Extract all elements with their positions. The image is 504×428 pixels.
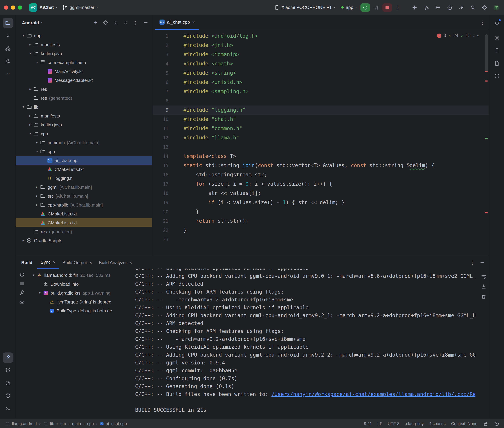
code-line[interactable]: 23 [153, 235, 489, 244]
more-icon[interactable]: ⋮ [133, 20, 138, 25]
vcs-branch-widget[interactable]: ggml-master ▾ [60, 3, 100, 11]
chevron-down-icon[interactable]: ▾ [27, 132, 33, 135]
chevron-right-icon[interactable]: ▸ [27, 43, 33, 46]
prev-problem-icon[interactable]: ▴ [473, 34, 475, 37]
build-icon[interactable] [3, 353, 13, 363]
chevron-down-icon[interactable]: ▾ [31, 273, 36, 277]
hide-icon[interactable] [143, 20, 148, 25]
breadcrumb-item[interactable]: lib [43, 421, 54, 426]
structure-icon[interactable] [3, 43, 13, 53]
plugin-icon[interactable] [457, 3, 466, 12]
debug-button[interactable] [371, 3, 381, 11]
stop-square-icon[interactable] [20, 282, 24, 285]
code-line[interactable]: 22} [153, 226, 489, 235]
resource-manager-icon[interactable] [492, 58, 502, 68]
close-tab-icon[interactable]: × [53, 259, 56, 265]
project-widget[interactable]: AC AiChat ▾ [27, 2, 60, 13]
code-line[interactable]: 17 for (size_t i = 0; i < values.size();… [153, 180, 489, 189]
build-tab-build-output[interactable]: Build Output× [59, 256, 95, 269]
terminal-icon[interactable] [3, 403, 13, 413]
logcat-icon[interactable] [3, 365, 13, 375]
chevron-right-icon[interactable]: ▸ [34, 194, 40, 198]
commit-icon[interactable] [3, 31, 13, 41]
tree-row[interactable]: ▾kotlin+java [16, 49, 152, 58]
gradle-icon[interactable]: G [492, 33, 502, 43]
status-lf[interactable]: LF [377, 421, 382, 426]
tree-row[interactable]: ▸ggml[AiChat.lib.main] [16, 182, 152, 191]
breadcrumb-item[interactable]: C++ai_chat.cpp [100, 421, 127, 426]
stripe-mark[interactable] [485, 138, 488, 139]
code-line[interactable]: 12#include "llama.h" [153, 133, 489, 142]
zoom-window-button[interactable] [18, 5, 22, 9]
build-tab-sync[interactable]: Sync× [37, 256, 59, 269]
problems-icon[interactable] [3, 390, 13, 401]
editor-tab[interactable]: C++ ai_chat.cpp × [155, 15, 199, 30]
close-tab-icon[interactable]: × [129, 260, 132, 265]
build-tree-row[interactable]: ⚠'jvmTarget: String' is deprec [28, 297, 135, 306]
chevron-right-icon[interactable]: ▸ [34, 203, 40, 206]
device-selector[interactable]: Xiaomi POCOPHONE F1 ▾ [272, 3, 337, 11]
chevron-right-icon[interactable]: ▸ [34, 185, 40, 189]
tree-row[interactable]: CMakeLists.txt [16, 218, 152, 227]
tree-row[interactable]: ▸manifests [16, 40, 152, 49]
tree-row[interactable]: ▾cpp [16, 147, 152, 156]
more-icon[interactable]: ⋮ [470, 260, 475, 265]
user-avatar-icon[interactable] [492, 3, 501, 12]
status-4-spaces[interactable]: 4 spaces [429, 421, 446, 426]
tree-row[interactable]: ▾app [16, 31, 152, 40]
code-line[interactable]: 7#include <sampling.h> [153, 87, 489, 96]
error-stripe[interactable] [484, 30, 489, 256]
scrollbar-thumb[interactable] [485, 34, 488, 72]
search-icon[interactable] [469, 3, 478, 12]
task-list-icon[interactable] [434, 3, 443, 12]
console-link[interactable]: /Users/hanyin/Workspace/ai-chat/examples… [272, 391, 475, 397]
chevron-down-icon[interactable]: ▾ [21, 34, 26, 37]
tree-row[interactable]: ▸kotlin+java [16, 120, 152, 129]
code-line[interactable]: 20 } [153, 207, 489, 216]
code-line[interactable]: 19 if (i < values.size() - 1) { str << d… [153, 198, 489, 207]
tree-row[interactable]: CMakeLists.txt [16, 209, 152, 218]
minimize-window-button[interactable] [11, 5, 15, 9]
rerun-button[interactable] [360, 3, 370, 11]
code-editor[interactable]: 1#include <android/log.h>2#include <jni.… [153, 30, 489, 256]
sync-icon[interactable] [19, 272, 25, 278]
build-tree-row[interactable]: iBuildType 'debug' is both de [28, 306, 135, 315]
pin-icon[interactable] [19, 290, 25, 295]
breadcrumb-item[interactable]: main [72, 421, 81, 426]
build-tab-build-analyzer[interactable]: Build Analyzer× [95, 256, 136, 269]
run-more-icon[interactable]: ⋮ [393, 4, 403, 10]
stripe-mark[interactable] [485, 71, 488, 72]
code-line[interactable]: 15static std::string join(const std::vec… [153, 161, 489, 170]
tab-options-icon[interactable]: ⋮ [480, 19, 485, 25]
inspections-widget[interactable]: ! 3 ⚠ 24 ✓ 15 ▴ ▾ [437, 33, 479, 38]
code-line[interactable]: 18 str << values[i]; [153, 189, 489, 198]
build-console[interactable]: C/C++: -- Using KleidiAI optimized kerne… [135, 269, 489, 419]
next-problem-icon[interactable]: ▾ [477, 34, 479, 37]
code-line[interactable]: 4#include <cmath> [153, 59, 489, 68]
app-insights-icon[interactable] [492, 71, 502, 81]
chevron-down-icon[interactable]: ▾ [27, 52, 33, 55]
more-tools-icon[interactable]: ⋯ [3, 68, 13, 79]
collapse-all-icon[interactable] [123, 20, 128, 25]
tree-row[interactable]: ▸manifests [16, 111, 152, 120]
stripe-mark[interactable] [485, 81, 488, 82]
status-9-21[interactable]: 9:21 [364, 421, 372, 426]
project-icon[interactable] [3, 18, 13, 28]
add-icon[interactable]: + [93, 20, 98, 25]
project-view-selector[interactable]: Android [22, 20, 39, 25]
soft-wrap-icon[interactable] [481, 274, 486, 280]
eye-icon[interactable] [19, 300, 25, 305]
code-line[interactable]: 16 std::ostringstream str; [153, 170, 489, 180]
settings-icon[interactable] [480, 3, 489, 12]
breadcrumb-item[interactable]: llama.android [5, 421, 37, 426]
code-line[interactable]: 3#include <iomanip> [153, 50, 489, 59]
tree-row[interactable]: res(generated) [16, 93, 152, 102]
tree-row[interactable]: ▾com.example.llama [16, 58, 152, 67]
build-tree-row[interactable]: Download info [28, 280, 135, 288]
tree-row[interactable]: Hlogging.h [16, 174, 152, 182]
chevron-down-icon[interactable]: ▾ [37, 291, 43, 295]
tree-row[interactable]: ▾lib [16, 102, 152, 111]
breadcrumb-item[interactable]: src [60, 421, 66, 426]
tree-row[interactable]: ▸src[AiChat.lib.main] [16, 191, 152, 200]
stop-button[interactable] [382, 3, 392, 11]
